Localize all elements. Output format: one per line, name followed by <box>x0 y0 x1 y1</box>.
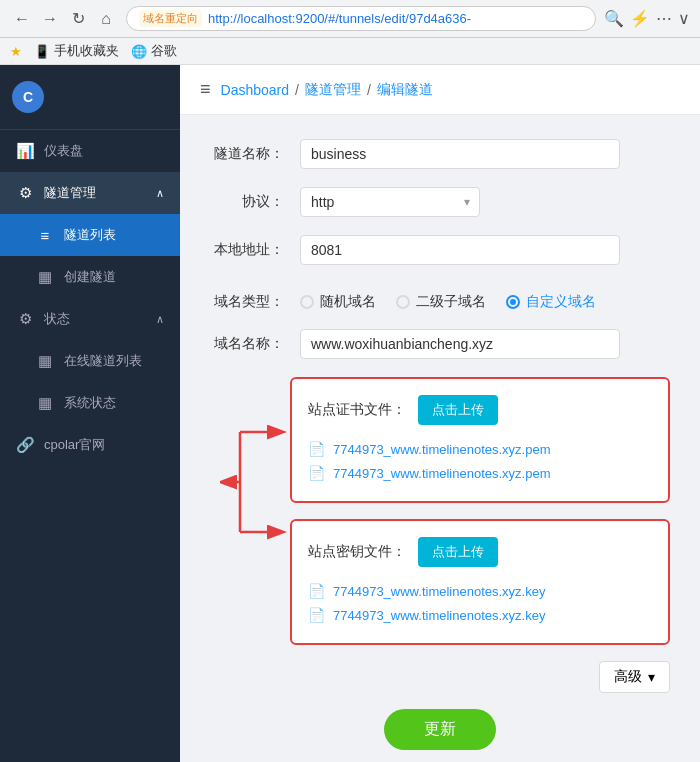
sidebar-item-label: 隧道列表 <box>64 226 116 244</box>
key-upload-button[interactable]: 点击上传 <box>418 537 498 567</box>
sidebar-item-label: 在线隧道列表 <box>64 352 142 370</box>
key-file-name-2: 7744973_www.timelinenotes.xyz.key <box>333 608 545 623</box>
cert-upload-button[interactable]: 点击上传 <box>418 395 498 425</box>
key-file-label: 站点密钥文件： <box>308 543 406 561</box>
tunnel-name-label: 隧道名称： <box>210 145 300 163</box>
sidebar-item-status[interactable]: ⚙ 状态 ∧ <box>0 298 180 340</box>
sidebar-item-cpolar[interactable]: 🔗 cpolar官网 <box>0 424 180 466</box>
file-icon-2: 📄 <box>308 465 325 481</box>
sidebar-item-label: 系统状态 <box>64 394 116 412</box>
home-button[interactable]: ⌂ <box>94 7 118 31</box>
radio-random[interactable]: 随机域名 <box>300 293 376 311</box>
sidebar-item-tunnel-mgmt[interactable]: ⚙ 隧道管理 ∧ <box>0 172 180 214</box>
sidebar-menu: 📊 仪表盘 ⚙ 隧道管理 ∧ ≡ 隧道列表 ▦ 创建隧道 ⚙ 状态 ∧ <box>0 130 180 762</box>
cert-file-name-2: 7744973_www.timelinenotes.xyz.pem <box>333 466 551 481</box>
breadcrumb-sep2: / <box>367 82 371 98</box>
address-bar[interactable]: 域名重定向 http://localhost:9200/#/tunnels/ed… <box>126 6 596 31</box>
search-icon[interactable]: 🔍 <box>604 9 624 28</box>
key-file-item-1[interactable]: 📄 7744973_www.timelinenotes.xyz.key <box>308 579 652 603</box>
domain-type-row: 域名类型： 随机域名 二级子域名 自定义域名 <box>210 293 670 311</box>
local-addr-label: 本地地址： <box>210 241 300 259</box>
lightning-icon[interactable]: ⚡ <box>630 9 650 28</box>
forward-button[interactable]: → <box>38 7 62 31</box>
cert-file-header: 站点证书文件： 点击上传 <box>308 395 652 425</box>
domain-name-input[interactable] <box>300 329 620 359</box>
more-icon[interactable]: ⋯ <box>656 9 672 28</box>
upload-section: 站点证书文件： 点击上传 📄 7744973_www.timelinenotes… <box>230 377 670 645</box>
file-icon-3: 📄 <box>308 583 325 599</box>
system-icon: ▦ <box>36 394 54 412</box>
domain-name-row: 域名名称： <box>210 329 670 359</box>
browser-actions: 🔍 ⚡ ⋯ ∨ <box>604 9 690 28</box>
domain-type-radio-group: 随机域名 二级子域名 自定义域名 <box>300 293 596 311</box>
chevron-down-icon[interactable]: ∨ <box>678 9 690 28</box>
sidebar-item-tunnel-list[interactable]: ≡ 隧道列表 <box>0 214 180 256</box>
topbar: ≡ Dashboard / 隧道管理 / 编辑隧道 <box>180 65 700 115</box>
sidebar-item-online-tunnels[interactable]: ▦ 在线隧道列表 <box>0 340 180 382</box>
sidebar-item-label: 仪表盘 <box>44 142 83 160</box>
menu-toggle-icon[interactable]: ≡ <box>200 79 211 100</box>
breadcrumb: Dashboard / 隧道管理 / 编辑隧道 <box>221 81 433 99</box>
cert-file-name-1: 7744973_www.timelinenotes.xyz.pem <box>333 442 551 457</box>
sidebar-item-label: 隧道管理 <box>44 184 96 202</box>
breadcrumb-sep1: / <box>295 82 299 98</box>
sidebar-item-create-tunnel[interactable]: ▦ 创建隧道 <box>0 256 180 298</box>
radio-custom[interactable]: 自定义域名 <box>506 293 596 311</box>
protocol-select[interactable]: http https tcp udp <box>300 187 480 217</box>
advanced-arrow-icon: ▾ <box>648 669 655 685</box>
sidebar-item-dashboard[interactable]: 📊 仪表盘 <box>0 130 180 172</box>
breadcrumb-parent[interactable]: 隧道管理 <box>305 81 361 99</box>
sidebar-item-label: 状态 <box>44 310 70 328</box>
domain-type-label: 域名类型： <box>210 293 300 311</box>
breadcrumb-current: 编辑隧道 <box>377 81 433 99</box>
protocol-label: 协议： <box>210 193 300 211</box>
arrows-svg <box>220 377 290 597</box>
key-file-box: 站点密钥文件： 点击上传 📄 7744973_www.timelinenotes… <box>290 519 670 645</box>
app-layout: C 📊 仪表盘 ⚙ 隧道管理 ∧ ≡ 隧道列表 ▦ 创建隧道 ⚙ <box>0 65 700 762</box>
cert-file-item-2[interactable]: 📄 7744973_www.timelinenotes.xyz.pem <box>308 461 652 485</box>
dashboard-icon: 📊 <box>16 142 34 160</box>
redirect-badge: 域名重定向 <box>139 10 202 27</box>
key-file-item-2[interactable]: 📄 7744973_www.timelinenotes.xyz.key <box>308 603 652 627</box>
sidebar: C 📊 仪表盘 ⚙ 隧道管理 ∧ ≡ 隧道列表 ▦ 创建隧道 ⚙ <box>0 65 180 762</box>
radio-label-custom: 自定义域名 <box>526 293 596 311</box>
radio-dot-second <box>396 295 410 309</box>
tunnel-name-row: 隧道名称： <box>210 139 670 169</box>
radio-dot-custom <box>506 295 520 309</box>
radio-second-level[interactable]: 二级子域名 <box>396 293 486 311</box>
reload-button[interactable]: ↻ <box>66 7 90 31</box>
key-file-header: 站点密钥文件： 点击上传 <box>308 537 652 567</box>
breadcrumb-home[interactable]: Dashboard <box>221 82 290 98</box>
advanced-button[interactable]: 高级 ▾ <box>599 661 670 693</box>
bookmark-mobile[interactable]: 📱 手机收藏夹 <box>34 42 119 60</box>
update-button[interactable]: 更新 <box>384 709 496 750</box>
spacer <box>210 283 670 293</box>
tunnel-name-input[interactable] <box>300 139 620 169</box>
cert-file-label: 站点证书文件： <box>308 401 406 419</box>
local-addr-row: 本地地址： <box>210 235 670 265</box>
browser-chrome: ← → ↻ ⌂ 域名重定向 http://localhost:9200/#/tu… <box>0 0 700 38</box>
protocol-select-wrapper: http https tcp udp ▾ <box>300 187 480 217</box>
logo-circle: C <box>12 81 44 113</box>
key-file-name-1: 7744973_www.timelinenotes.xyz.key <box>333 584 545 599</box>
domain-name-label: 域名名称： <box>210 335 300 353</box>
file-icon-1: 📄 <box>308 441 325 457</box>
radio-label-second: 二级子域名 <box>416 293 486 311</box>
settings-icon: ⚙ <box>16 310 34 328</box>
update-row: 更新 <box>210 709 670 750</box>
sidebar-item-system-status[interactable]: ▦ 系统状态 <box>0 382 180 424</box>
mobile-icon: 📱 <box>34 44 50 59</box>
file-icon-4: 📄 <box>308 607 325 623</box>
cert-file-item-1[interactable]: 📄 7744973_www.timelinenotes.xyz.pem <box>308 437 652 461</box>
back-button[interactable]: ← <box>10 7 34 31</box>
protocol-row: 协议： http https tcp udp ▾ <box>210 187 670 217</box>
advanced-label: 高级 <box>614 668 642 686</box>
list-icon: ≡ <box>36 227 54 244</box>
chevron-up-icon: ∧ <box>156 187 164 200</box>
list-icon-2: ▦ <box>36 352 54 370</box>
globe-icon: 🌐 <box>131 44 147 59</box>
bookmarks-bar: ★ 📱 手机收藏夹 🌐 谷歌 <box>0 38 700 65</box>
address-url: http://localhost:9200/#/tunnels/edit/97d… <box>208 11 471 26</box>
local-addr-input[interactable] <box>300 235 620 265</box>
bookmark-google[interactable]: 🌐 谷歌 <box>131 42 177 60</box>
